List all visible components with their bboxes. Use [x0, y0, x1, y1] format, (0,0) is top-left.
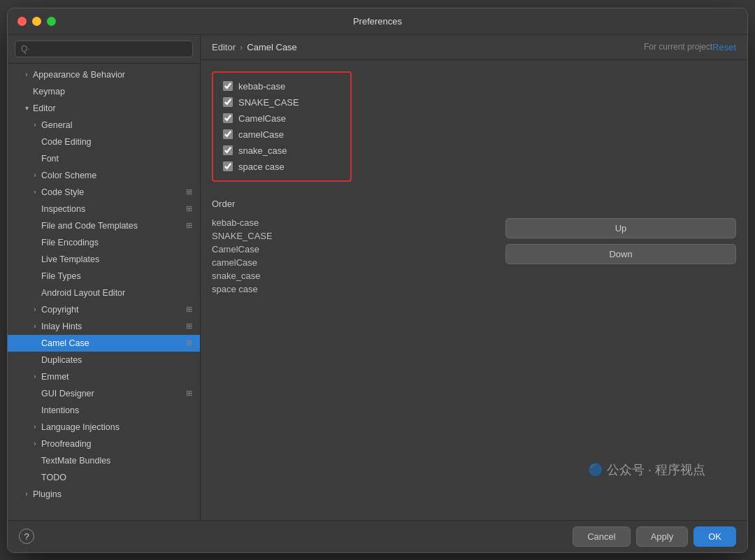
sidebar-label-live-templates: Live Templates [41, 254, 194, 264]
expand-arrow-copyright [30, 305, 40, 315]
sidebar-item-copyright[interactable]: Copyright [8, 301, 200, 318]
minimize-button[interactable] [32, 17, 41, 26]
sidebar-item-inspections[interactable]: Inspections [8, 201, 200, 217]
detail-body: kebab-caseSNAKE_CASECamelCasecamelCasesn… [201, 60, 747, 520]
copy-icon-gui-designer [183, 388, 194, 399]
checkbox-kebab-case[interactable] [223, 81, 233, 91]
checkboxes-section: kebab-caseSNAKE_CASECamelCasecamelCasesn… [212, 71, 352, 182]
order-section: Order kebab-caseSNAKE_CASECamelCasecamel… [212, 199, 736, 296]
expand-arrow-proofreading [30, 439, 40, 449]
sidebar-label-camel-case: Camel Case [41, 338, 183, 348]
sidebar-item-duplicates[interactable]: Duplicates [8, 352, 200, 368]
detail-header: Editor › Camel Case For current project … [201, 35, 747, 60]
checkbox-label-camel-case-lower: camelCase [238, 129, 284, 140]
checkbox-snake-case-upper[interactable] [223, 97, 233, 107]
up-button[interactable]: Up [505, 218, 736, 238]
checkbox-row-space-case: space case [223, 161, 340, 172]
sidebar-label-font: Font [41, 154, 194, 164]
checkbox-label-camel-case-upper: CamelCase [238, 113, 286, 124]
order-item-0[interactable]: kebab-case [212, 216, 352, 229]
sidebar-label-intentions: Intentions [41, 405, 194, 415]
checkbox-camel-case-lower[interactable] [223, 129, 233, 139]
copy-icon-code-style [183, 187, 194, 198]
sidebar-label-general: General [41, 120, 194, 130]
maximize-button[interactable] [47, 17, 56, 26]
sidebar-item-inlay-hints[interactable]: Inlay Hints [8, 318, 200, 335]
sidebar-label-color-scheme: Color Scheme [41, 171, 194, 180]
expand-arrow-appearance-behavior [22, 70, 31, 80]
sidebar-item-appearance-behavior[interactable]: Appearance & Behavior [8, 66, 200, 83]
bottom-actions: Cancel Apply OK [573, 526, 736, 547]
sidebar-item-file-code-templates[interactable]: File and Code Templates [8, 217, 200, 234]
expand-arrow-inlay-hints [30, 322, 40, 331]
apply-button[interactable]: Apply [636, 526, 689, 547]
expand-arrow-general [30, 120, 40, 130]
sidebar-item-intentions[interactable]: Intentions [8, 402, 200, 419]
order-item-4[interactable]: snake_case [212, 269, 352, 282]
checkbox-row-camel-case-lower: camelCase [223, 129, 340, 140]
sidebar-label-language-injections: Language Injections [41, 422, 194, 432]
copy-icon-inspections [183, 203, 194, 215]
expand-arrow-editor [22, 103, 31, 113]
checkbox-label-space-case: space case [238, 161, 285, 172]
sidebar-item-file-encodings[interactable]: File Encodings [8, 234, 200, 251]
checkbox-row-snake-case-upper: SNAKE_CASE [223, 97, 340, 108]
checkbox-row-kebab-case: kebab-case [223, 81, 340, 92]
copy-icon-camel-case [183, 338, 194, 349]
order-item-3[interactable]: camelCase [212, 256, 352, 269]
order-item-1[interactable]: SNAKE_CASE [212, 229, 352, 243]
sidebar-label-proofreading: Proofreading [41, 439, 194, 449]
breadcrumb-separator: › [240, 42, 243, 52]
checkbox-label-kebab-case: kebab-case [238, 81, 285, 92]
sidebar-label-android-layout-editor: Android Layout Editor [41, 288, 194, 298]
sidebar-item-file-types[interactable]: File Types [8, 268, 200, 285]
sidebar-item-camel-case[interactable]: Camel Case [8, 335, 200, 352]
sidebar-item-color-scheme[interactable]: Color Scheme [8, 167, 200, 184]
sidebar-label-todo: TODO [41, 473, 194, 482]
sidebar-item-gui-designer[interactable]: GUI Designer [8, 385, 200, 402]
window-title: Preferences [353, 16, 402, 27]
ok-button[interactable]: OK [693, 526, 736, 547]
sidebar-item-editor[interactable]: Editor [8, 100, 200, 117]
sidebar-item-font[interactable]: Font [8, 150, 200, 167]
sidebar-label-gui-designer: GUI Designer [41, 389, 183, 399]
close-button[interactable] [17, 17, 27, 26]
checkbox-space-case[interactable] [223, 161, 233, 171]
order-item-5[interactable]: space case [212, 282, 352, 296]
order-list: Order kebab-caseSNAKE_CASECamelCasecamel… [212, 199, 352, 296]
sidebar-item-textmate-bundles[interactable]: TextMate Bundles [8, 452, 200, 469]
sidebar-item-android-layout-editor[interactable]: Android Layout Editor [8, 285, 200, 301]
sidebar-item-live-templates[interactable]: Live Templates [8, 251, 200, 268]
sidebar-item-code-style[interactable]: Code Style [8, 184, 200, 201]
sidebar-item-emmet[interactable]: Emmet [8, 368, 200, 385]
order-item-2[interactable]: CamelCase [212, 243, 352, 256]
checkbox-camel-case-upper[interactable] [223, 113, 233, 123]
main-content: Appearance & BehaviorKeymapEditorGeneral… [8, 35, 747, 520]
sidebar-item-plugins[interactable]: Plugins [8, 486, 200, 503]
sidebar-item-todo[interactable]: TODO [8, 469, 200, 486]
down-button[interactable]: Down [505, 244, 736, 264]
search-input[interactable] [15, 41, 193, 57]
for-current-project: For current project [644, 42, 712, 52]
checkbox-label-snake-case-lower: snake_case [238, 145, 287, 156]
sidebar-label-emmet: Emmet [41, 372, 194, 382]
sidebar: Appearance & BehaviorKeymapEditorGeneral… [8, 35, 201, 520]
expand-arrow-plugins [22, 489, 31, 499]
copy-icon-copyright [183, 304, 194, 315]
sidebar-label-file-encodings: File Encodings [41, 238, 194, 247]
cancel-button[interactable]: Cancel [573, 526, 630, 547]
sidebar-label-inlay-hints: Inlay Hints [41, 322, 183, 331]
sidebar-item-code-editing[interactable]: Code Editing [8, 134, 200, 150]
sidebar-item-keymap[interactable]: Keymap [8, 83, 200, 100]
reset-button[interactable]: Reset [712, 42, 736, 52]
breadcrumb-current: Camel Case [247, 42, 297, 52]
help-button[interactable]: ? [19, 529, 34, 544]
order-items: kebab-caseSNAKE_CASECamelCasecamelCasesn… [212, 216, 352, 296]
bottom-bar: ? Cancel Apply OK [8, 520, 747, 552]
sidebar-item-language-injections[interactable]: Language Injections [8, 419, 200, 436]
sidebar-item-general[interactable]: General [8, 117, 200, 134]
checkbox-snake-case-lower[interactable] [223, 145, 233, 155]
sidebar-label-editor: Editor [33, 103, 194, 113]
sidebar-label-file-code-templates: File and Code Templates [41, 221, 183, 231]
sidebar-item-proofreading[interactable]: Proofreading [8, 436, 200, 452]
